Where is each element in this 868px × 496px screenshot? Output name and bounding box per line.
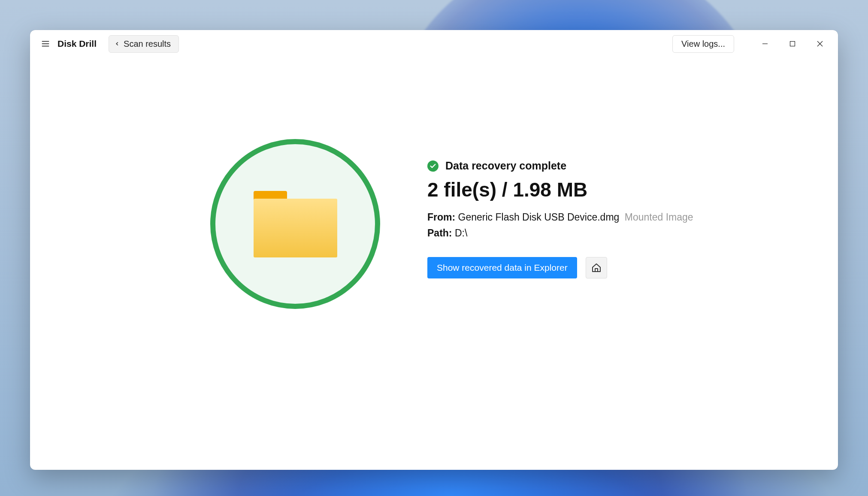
path-row: Path: D:\ — [427, 227, 693, 239]
app-window: Disk Drill Scan results View logs... — [30, 30, 838, 470]
path-value: D:\ — [455, 227, 467, 239]
summary-text: 2 file(s) / 1.98 MB — [427, 178, 693, 201]
chevron-left-icon — [114, 41, 120, 47]
titlebar: Disk Drill Scan results View logs... — [30, 30, 838, 57]
from-label: From: — [427, 212, 455, 223]
show-in-explorer-button[interactable]: Show recovered data in Explorer — [427, 257, 577, 278]
from-row: From: Generic Flash Disk USB Device.dmg … — [427, 212, 693, 223]
status-text: Data recovery complete — [445, 160, 566, 172]
home-button[interactable] — [586, 257, 607, 278]
maximize-icon — [789, 41, 795, 47]
result-details: Data recovery complete 2 file(s) / 1.98 … — [427, 139, 693, 278]
minimize-icon — [762, 41, 768, 47]
success-illustration — [210, 139, 380, 309]
check-badge — [427, 160, 439, 172]
status-row: Data recovery complete — [427, 160, 693, 172]
home-icon — [591, 263, 602, 273]
svg-rect-4 — [790, 42, 795, 46]
close-icon — [817, 41, 823, 47]
from-tag: Mounted Image — [625, 212, 693, 223]
app-title: Disk Drill — [57, 39, 97, 49]
minimize-button[interactable] — [751, 34, 779, 53]
folder-icon — [254, 191, 337, 257]
check-icon — [429, 163, 436, 169]
hamburger-icon — [41, 39, 50, 48]
path-label: Path: — [427, 227, 452, 239]
back-button[interactable]: Scan results — [109, 35, 179, 53]
from-value: Generic Flash Disk USB Device.dmg — [458, 212, 620, 223]
close-button[interactable] — [806, 34, 834, 53]
view-logs-button[interactable]: View logs... — [672, 35, 734, 53]
window-controls — [751, 34, 834, 53]
menu-button[interactable] — [38, 36, 53, 51]
back-button-label: Scan results — [124, 39, 171, 49]
maximize-button[interactable] — [779, 34, 806, 53]
action-row: Show recovered data in Explorer — [427, 257, 693, 278]
content-area: Data recovery complete 2 file(s) / 1.98 … — [30, 57, 838, 470]
